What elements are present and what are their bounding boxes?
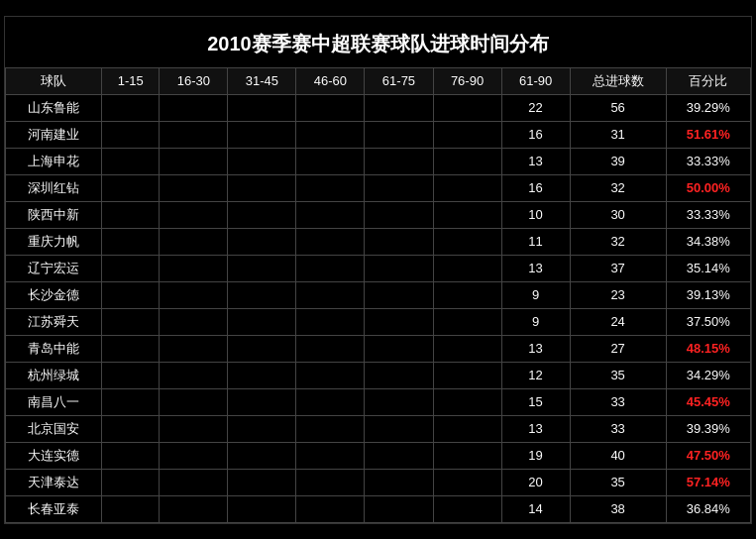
cell-value	[365, 415, 433, 442]
cell-value	[160, 388, 228, 415]
cell-value	[296, 228, 365, 255]
cell-value: 11	[501, 228, 570, 255]
cell-value: 22	[501, 94, 570, 121]
cell-value: 13	[501, 335, 570, 362]
cell-value: 13	[501, 148, 570, 174]
cell-value	[102, 495, 160, 522]
table-row: 南昌八一153345.45%	[6, 388, 751, 415]
cell-value: 39	[570, 148, 666, 174]
cell-value: 32	[570, 174, 666, 201]
cell-value	[160, 201, 228, 228]
cell-value	[228, 281, 296, 308]
team-name: 长沙金德	[6, 281, 102, 308]
column-header: 61-90	[501, 67, 570, 94]
table-row: 青岛中能132748.15%	[6, 335, 751, 362]
cell-value	[296, 442, 365, 469]
team-name: 深圳红钻	[6, 174, 102, 201]
cell-value	[102, 228, 160, 255]
cell-value	[160, 469, 228, 495]
pct-value: 34.38%	[666, 228, 750, 255]
cell-value	[365, 308, 433, 335]
cell-value	[160, 94, 228, 121]
table-header-row: 球队1-1516-3031-4546-6061-7576-9061-90总进球数…	[6, 67, 751, 94]
team-name: 上海申花	[6, 148, 102, 174]
cell-value: 33	[570, 388, 666, 415]
cell-value	[296, 255, 365, 281]
column-header: 总进球数	[570, 67, 666, 94]
cell-value	[365, 174, 433, 201]
cell-value	[228, 228, 296, 255]
pct-value: 35.14%	[666, 255, 750, 281]
table-row: 上海申花133933.33%	[6, 148, 751, 174]
cell-value	[102, 308, 160, 335]
cell-value	[160, 148, 228, 174]
table-row: 江苏舜天92437.50%	[6, 308, 751, 335]
cell-value	[228, 388, 296, 415]
data-table: 球队1-1516-3031-4546-6061-7576-9061-90总进球数…	[5, 67, 751, 523]
cell-value	[433, 442, 501, 469]
cell-value	[296, 94, 365, 121]
cell-value	[102, 148, 160, 174]
cell-value: 37	[570, 255, 666, 281]
cell-value: 14	[501, 495, 570, 522]
cell-value	[296, 308, 365, 335]
cell-value	[228, 335, 296, 362]
cell-value	[160, 255, 228, 281]
cell-value	[433, 415, 501, 442]
cell-value	[160, 228, 228, 255]
cell-value	[433, 308, 501, 335]
cell-value	[433, 469, 501, 495]
cell-value: 9	[501, 308, 570, 335]
cell-value: 35	[570, 469, 666, 495]
cell-value	[228, 495, 296, 522]
cell-value	[296, 335, 365, 362]
cell-value	[228, 308, 296, 335]
cell-value: 40	[570, 442, 666, 469]
cell-value	[365, 121, 433, 148]
column-header: 球队	[6, 67, 102, 94]
table-row: 杭州绿城123534.29%	[6, 362, 751, 388]
team-name: 天津泰达	[6, 469, 102, 495]
cell-value	[160, 362, 228, 388]
cell-value: 33	[570, 415, 666, 442]
cell-value	[296, 469, 365, 495]
cell-value	[365, 281, 433, 308]
pct-value: 39.29%	[666, 94, 750, 121]
cell-value	[433, 121, 501, 148]
cell-value	[102, 201, 160, 228]
cell-value: 13	[501, 415, 570, 442]
column-header: 1-15	[102, 67, 160, 94]
cell-value	[228, 469, 296, 495]
cell-value	[228, 415, 296, 442]
cell-value	[160, 495, 228, 522]
cell-value: 13	[501, 255, 570, 281]
cell-value	[102, 281, 160, 308]
cell-value	[102, 121, 160, 148]
cell-value	[433, 335, 501, 362]
table-row: 天津泰达203557.14%	[6, 469, 751, 495]
cell-value	[102, 362, 160, 388]
cell-value	[102, 255, 160, 281]
pct-value: 34.29%	[666, 362, 750, 388]
cell-value	[160, 121, 228, 148]
column-header: 76-90	[433, 67, 501, 94]
cell-value: 27	[570, 335, 666, 362]
column-header: 46-60	[296, 67, 365, 94]
cell-value	[160, 415, 228, 442]
team-name: 北京国安	[6, 415, 102, 442]
cell-value: 15	[501, 388, 570, 415]
cell-value	[160, 335, 228, 362]
pct-value: 39.13%	[666, 281, 750, 308]
team-name: 南昌八一	[6, 388, 102, 415]
cell-value	[433, 255, 501, 281]
pct-value: 57.14%	[666, 469, 750, 495]
cell-value	[365, 335, 433, 362]
pct-value: 51.61%	[666, 121, 750, 148]
cell-value	[228, 201, 296, 228]
page-title: 2010赛季赛中超联赛球队进球时间分布	[5, 17, 751, 67]
cell-value: 19	[501, 442, 570, 469]
cell-value	[296, 362, 365, 388]
pct-value: 48.15%	[666, 335, 750, 362]
column-header: 61-75	[365, 67, 433, 94]
cell-value	[102, 174, 160, 201]
